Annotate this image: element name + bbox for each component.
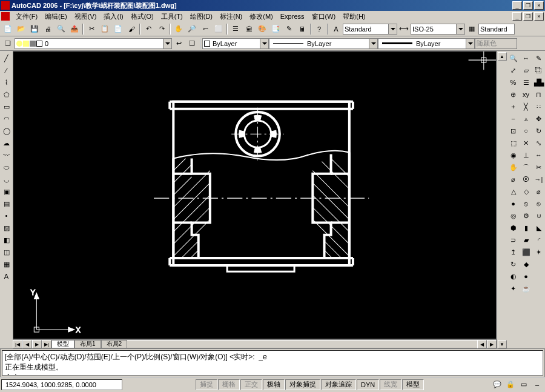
tool-palette-icon[interactable]: 🎨	[256, 23, 268, 35]
join-icon[interactable]: ∪	[533, 210, 544, 221]
open-icon[interactable]: 📂	[15, 23, 27, 35]
render-icon[interactable]: ✦	[508, 283, 519, 294]
array-icon[interactable]: ∷	[533, 101, 544, 112]
save-icon[interactable]: 💾	[28, 23, 41, 35]
match-icon[interactable]: 🖌	[125, 23, 137, 35]
zoomcen-icon[interactable]: ⊕	[508, 89, 519, 100]
copy2-icon[interactable]: ⿻	[533, 65, 544, 76]
cut-icon[interactable]: ✂	[85, 23, 97, 35]
polygon-icon[interactable]: ⬠	[1, 89, 12, 100]
zoomext-icon[interactable]: ⬚	[508, 138, 519, 148]
preview-icon[interactable]: 🔍	[55, 23, 67, 35]
dim-style-icon[interactable]: ⟷	[398, 23, 410, 35]
stretch-icon[interactable]: ↔	[533, 150, 544, 161]
design-center-icon[interactable]: 🏛	[243, 23, 255, 35]
plotstyle-combo[interactable]: 随颜色	[475, 38, 517, 49]
menu-format[interactable]: 格式(O)	[127, 12, 157, 21]
pan2-icon[interactable]: ✋	[508, 162, 519, 173]
publish-icon[interactable]: 📤	[68, 23, 81, 35]
rotate-icon[interactable]: ↻	[533, 125, 544, 136]
green2-icon[interactable]: ▰	[521, 234, 532, 245]
circle-icon[interactable]: ◯	[1, 125, 12, 136]
vscroll-up-icon[interactable]: ▲	[498, 52, 507, 61]
drawing-canvas[interactable]: Y X	[13, 51, 497, 339]
region-icon[interactable]: ◫	[1, 247, 12, 257]
otrack-toggle[interactable]: 对象追踪	[321, 379, 356, 390]
breakat-icon[interactable]: ⎋	[533, 198, 544, 209]
plot-icon[interactable]: 🖨	[42, 23, 54, 35]
menu-help[interactable]: 帮助(H)	[339, 12, 369, 21]
revcloud-icon[interactable]: ☁	[1, 138, 12, 148]
chamfer-icon[interactable]: ◣	[533, 222, 544, 233]
shade-icon[interactable]: ◐	[508, 271, 519, 282]
hscroll-right-icon[interactable]: ▶	[487, 340, 497, 348]
menu-express[interactable]: Express	[277, 13, 308, 20]
menu-insert[interactable]: 插入(I)	[100, 12, 127, 21]
child-minimize-button[interactable]: _	[512, 12, 522, 21]
ortho-toggle[interactable]: 正交	[240, 379, 262, 390]
modelspace-toggle[interactable]: 模型	[402, 379, 424, 390]
zoomout-icon[interactable]: −	[508, 113, 519, 124]
osnap-none-icon[interactable]: ⦸	[521, 198, 532, 209]
tray-comm-icon[interactable]: 💬	[491, 379, 503, 391]
sphere-icon[interactable]: ●	[508, 198, 519, 209]
tab-model[interactable]: 模型	[51, 340, 74, 348]
torus-icon[interactable]: ◎	[508, 210, 519, 221]
menu-dim[interactable]: 标注(N)	[216, 12, 246, 21]
revolve-icon[interactable]: ↻	[508, 259, 519, 270]
table-style-combo[interactable]: Standard	[478, 24, 515, 35]
redo-icon[interactable]: ↷	[156, 23, 168, 35]
extrude-icon[interactable]: ↥	[508, 247, 519, 257]
osnap-near-icon[interactable]: ⦿	[521, 174, 532, 185]
table-icon[interactable]: ▦	[1, 259, 12, 270]
menu-edit[interactable]: 编辑(E)	[41, 12, 71, 21]
undo-icon[interactable]: ↶	[142, 23, 154, 35]
spline-icon[interactable]: 〰	[1, 150, 12, 161]
gradient-icon[interactable]: ◧	[1, 234, 12, 245]
zoom-prev-icon[interactable]: ⤺	[199, 23, 211, 35]
lwt-toggle[interactable]: 线宽	[380, 379, 401, 390]
tab-layout2[interactable]: 布局2	[101, 340, 128, 348]
zoomscale-icon[interactable]: %	[508, 77, 519, 88]
zoomin-icon[interactable]: +	[508, 101, 519, 112]
osnap-perp-icon[interactable]: ⊥	[521, 150, 532, 161]
makeblk-icon[interactable]: ▤	[1, 198, 12, 209]
maximize-button[interactable]: ❐	[523, 1, 533, 10]
copy-icon[interactable]: 📋	[99, 23, 111, 35]
lineweight-combo[interactable]: ByLayer	[378, 38, 475, 49]
osnap-node-icon[interactable]: ◇	[521, 186, 532, 197]
offset-icon[interactable]: ⊓	[533, 89, 544, 100]
zoom-rt-icon[interactable]: 🔎	[186, 23, 198, 35]
text-style-icon[interactable]: A	[330, 23, 342, 35]
menu-window[interactable]: 窗口(W)	[308, 12, 340, 21]
menu-view[interactable]: 视图(V)	[71, 12, 101, 21]
pan-icon[interactable]: ✋	[173, 23, 185, 35]
tab-layout1[interactable]: 布局1	[74, 340, 101, 348]
tab-first-icon[interactable]: |◀	[13, 340, 22, 348]
props-icon[interactable]: ☰	[230, 23, 242, 35]
erase-icon[interactable]: ✎	[533, 53, 544, 64]
dyn-toggle[interactable]: DYN	[357, 379, 379, 390]
zoomwin-icon[interactable]: 🔍	[508, 53, 519, 64]
layer-manager-icon[interactable]: ❏	[2, 38, 14, 50]
view2-icon[interactable]: ◆	[521, 259, 532, 270]
area-icon[interactable]: ▱	[521, 65, 532, 76]
arc-icon[interactable]: ◠	[1, 113, 12, 124]
child-restore-button[interactable]: ❐	[523, 12, 533, 21]
paste-icon[interactable]: 📄	[112, 23, 124, 35]
zoomall-icon[interactable]: ⊡	[508, 125, 519, 136]
snap-toggle[interactable]: 捕捉	[196, 379, 217, 390]
id-icon[interactable]: xy	[521, 89, 532, 100]
osnap-toggle[interactable]: 对象捕捉	[285, 379, 320, 390]
point-icon[interactable]: •	[1, 210, 12, 221]
text-style-combo[interactable]: Standard	[343, 24, 397, 35]
green1-icon[interactable]: ▮	[521, 222, 532, 233]
tray-tool-icon[interactable]: ▭	[518, 379, 530, 391]
menu-modify[interactable]: 修改(M)	[246, 12, 277, 21]
line-icon[interactable]: ╱	[1, 53, 12, 64]
ellipsearc-icon[interactable]: ◡	[1, 174, 12, 185]
help-icon[interactable]: ?	[313, 23, 325, 35]
cylinder-icon[interactable]: ⌀	[508, 174, 519, 185]
menu-file[interactable]: 文件(F)	[12, 12, 41, 21]
osnap-mid-icon[interactable]: ▵	[521, 113, 532, 124]
